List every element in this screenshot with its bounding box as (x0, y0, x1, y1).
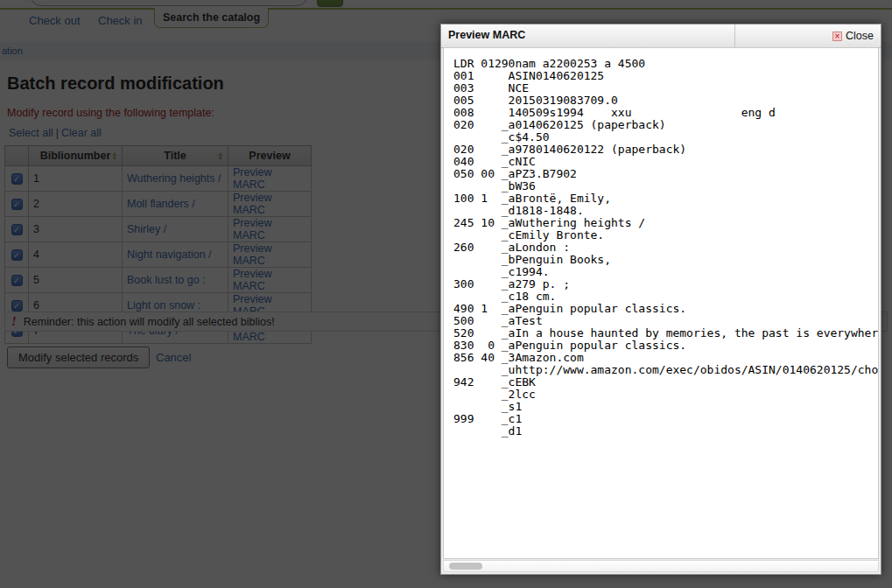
scrollbar-thumb[interactable] (449, 563, 482, 570)
modal-title: Preview MARC (448, 24, 525, 46)
horizontal-scrollbar[interactable] (443, 560, 879, 572)
koha-batch-record-modification-page: Check out Check in Search the catalog at… (0, 0, 892, 588)
modal-close-button[interactable]: × Close (734, 24, 881, 47)
close-button-label[interactable]: Close (846, 30, 874, 42)
marc-preview-content: LDR 01290nam a2200253 a 4500 001 ASIN014… (443, 47, 879, 559)
marc-record-text: LDR 01290nam a2200253 a 4500 001 ASIN014… (444, 48, 878, 438)
preview-marc-modal: Preview MARC × Close LDR 01290nam a22002… (440, 24, 881, 575)
modal-header: Preview MARC × Close (441, 24, 881, 48)
close-icon[interactable]: × (832, 32, 842, 41)
